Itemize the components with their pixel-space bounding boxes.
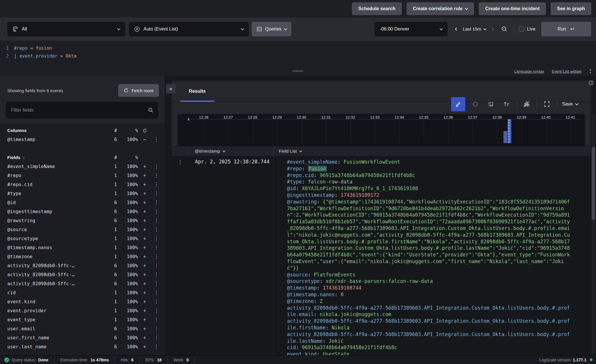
pin-panel-icon[interactable] (588, 80, 594, 85)
refresh-columns-icon[interactable] (142, 128, 147, 133)
field-key[interactable]: #repo.cid (287, 172, 314, 178)
field-row[interactable]: @rawstring 6 100% + ⋮ (0, 216, 165, 225)
field-key[interactable]: @source (287, 272, 308, 278)
run-button[interactable]: Run (541, 22, 591, 36)
field-value[interactable]: 1743619109172 (340, 192, 379, 198)
create-one-time-incident-button[interactable]: Create one-time incident (479, 2, 546, 15)
add-field-icon[interactable]: + (138, 236, 151, 241)
field-menu-icon[interactable]: ⋮ (151, 272, 161, 277)
field-value[interactable]: nikola.jokic@nuggets.com (320, 311, 391, 317)
language-syntax-link[interactable]: Language syntax (514, 69, 544, 74)
field-row[interactable]: activity_82098db0-5ffc-… 6 100% + ⋮ (0, 279, 165, 288)
field-menu-icon[interactable]: ⋮ (151, 281, 161, 286)
event-field-line[interactable]: @rawstring: {"@timestamp":1743619108744,… (287, 199, 573, 272)
field-menu-icon[interactable]: ⋮ (151, 245, 161, 250)
event-field-line[interactable]: activity_82098db0-5ffc-4f9a-a277-568b173… (287, 318, 573, 331)
event-timestamp[interactable]: Apr. 2, 2025 12:38:28.744 (189, 156, 274, 355)
field-key[interactable]: @rawstring (287, 199, 317, 205)
field-value[interactable]: Nikola (332, 325, 350, 331)
event-field-line[interactable]: #repo.cid: 96915a3748b64a079458e21f1fdf4… (287, 172, 573, 179)
collapse-sidebar-button[interactable]: « (166, 84, 176, 94)
field-row[interactable]: #repo.cid 1 100% + ⋮ (0, 180, 165, 189)
event-field-line[interactable]: #repo: fusion (287, 165, 573, 172)
field-row[interactable]: cid 1 100% + ⋮ (0, 288, 165, 297)
field-value[interactable]: Jokić (329, 338, 343, 344)
event-menu-icon[interactable]: ⋮ (178, 159, 183, 355)
field-key[interactable]: @timestamp.nanos (287, 292, 335, 297)
scroll-to-latest-icon[interactable] (485, 98, 497, 110)
field-menu-icon[interactable]: ⋮ (151, 299, 161, 304)
edit-columns-icon[interactable] (451, 97, 465, 111)
query-line[interactable]: 1#repo = fusion (0, 44, 596, 52)
tab-results[interactable]: Results (180, 81, 214, 102)
field-row[interactable]: @timezone 1 100% + ⋮ (0, 252, 165, 261)
fullscreen-icon[interactable] (541, 98, 553, 110)
event-field-line[interactable]: activity_82098db0-5ffc-4f9a-a277-568b173… (287, 331, 573, 345)
sort-order-icon[interactable] (501, 98, 512, 110)
event-field-line[interactable]: @source: PlatformEvents (287, 272, 573, 278)
field-menu-icon[interactable]: ⋮ (151, 326, 161, 331)
add-field-icon[interactable]: + (138, 326, 151, 331)
field-menu-icon[interactable]: ⋮ (151, 164, 161, 169)
add-field-icon[interactable]: + (138, 317, 151, 322)
queries-button[interactable]: Queries (252, 22, 291, 36)
field-value[interactable]: 96915a3748b64a079458e21f1fdf4b8c (320, 172, 415, 178)
event-field-line[interactable]: @timezone: Z (287, 298, 573, 305)
field-menu-icon[interactable]: ⋮ (151, 335, 161, 340)
add-field-icon[interactable]: + (138, 254, 151, 259)
field-key[interactable]: @timezone (287, 298, 314, 304)
event-field-line[interactable]: @ingesttimestamp: 1743619109172 (287, 192, 573, 199)
field-menu-icon[interactable]: ⋮ (151, 182, 161, 187)
field-value[interactable]: PlatformEvents (314, 272, 355, 278)
add-field-icon[interactable]: + (138, 209, 151, 214)
live-checkbox[interactable] (519, 26, 524, 32)
live-toggle[interactable]: Live (519, 26, 535, 32)
collapse-panel-icon[interactable] (588, 69, 593, 74)
editor-resize-handle[interactable] (292, 70, 303, 72)
sort-descending-icon[interactable]: ↓ (23, 155, 25, 160)
field-value[interactable]: X6YAJLnPie7Yt418KMKrg7fv_0_1_1743619108 (302, 185, 418, 191)
fieldlist-column-header[interactable]: Field List (274, 146, 591, 156)
field-row[interactable]: @timestamp 6 100% − ⋮ (0, 135, 165, 144)
field-value[interactable]: Z (320, 298, 323, 304)
field-menu-icon[interactable]: ⋮ (151, 290, 161, 295)
add-field-icon[interactable]: + (138, 200, 151, 205)
timezone-selector[interactable]: -06:00 Denver (375, 22, 448, 36)
field-key[interactable]: #type (287, 179, 302, 185)
see-in-graph-button[interactable]: See in graph (551, 2, 591, 15)
field-menu-icon[interactable]: ⋮ (151, 137, 161, 142)
add-field-icon[interactable]: + (138, 182, 151, 187)
field-value[interactable]: {"@timestamp":1743619108744,"WorkflowAct… (287, 199, 570, 271)
field-value[interactable]: falcon-raw-data (308, 179, 353, 185)
field-menu-icon[interactable]: ⋮ (151, 191, 161, 196)
crosshair-icon[interactable] (469, 98, 481, 110)
zoom-out-time-button[interactable] (499, 23, 509, 35)
event-field-line[interactable]: @sourcetype: xdr/xdr-base-parsers:falcon… (287, 278, 573, 285)
field-value[interactable]: 1743619108744 (323, 285, 361, 291)
event-field-line[interactable]: @timestamp: 1743619108744 (287, 285, 573, 291)
query-editor[interactable]: 1#repo = fusion2| event.provider = Okta (0, 41, 596, 66)
event-row[interactable]: ⋮ Apr. 2, 2025 12:38:28.744 #event_simpl… (172, 156, 591, 355)
field-row[interactable]: user.first_name 6 100% + ⋮ (0, 333, 165, 342)
create-correlation-rule-button[interactable]: Create correlation rule (407, 2, 474, 15)
add-field-icon[interactable]: + (138, 290, 151, 295)
field-row[interactable]: activity_82098db0-5ffc-… 6 100% + ⋮ (0, 261, 165, 270)
time-shift-back-button[interactable] (452, 23, 462, 35)
field-key[interactable]: @ingesttimestamp (287, 192, 335, 198)
query-line[interactable]: 2| event.provider = Okta (0, 52, 596, 60)
add-field-icon[interactable]: + (138, 245, 151, 250)
event-field-line[interactable]: #event_simpleName: FusionWorkflowEvent (287, 159, 573, 165)
field-row[interactable]: @source 1 100% + ⋮ (0, 225, 165, 234)
field-row[interactable]: #type 1 100% + ⋮ (0, 189, 165, 198)
field-row[interactable]: event_type 1 100% + ⋮ (0, 315, 165, 324)
field-menu-icon[interactable]: ⋮ (151, 236, 161, 241)
field-menu-icon[interactable]: ⋮ (151, 317, 161, 322)
field-key[interactable]: #event_simpleName (287, 159, 338, 165)
field-menu-icon[interactable]: ⋮ (151, 227, 161, 232)
field-menu-icon[interactable]: ⋮ (151, 308, 161, 313)
field-key[interactable]: @timestamp (287, 285, 317, 291)
field-row[interactable]: user.last_name 6 100% + ⋮ (0, 342, 165, 351)
field-value[interactable]: FusionWorkflowEvent (343, 159, 400, 165)
remove-field-icon[interactable]: − (138, 137, 151, 142)
field-menu-icon[interactable]: ⋮ (151, 263, 161, 268)
